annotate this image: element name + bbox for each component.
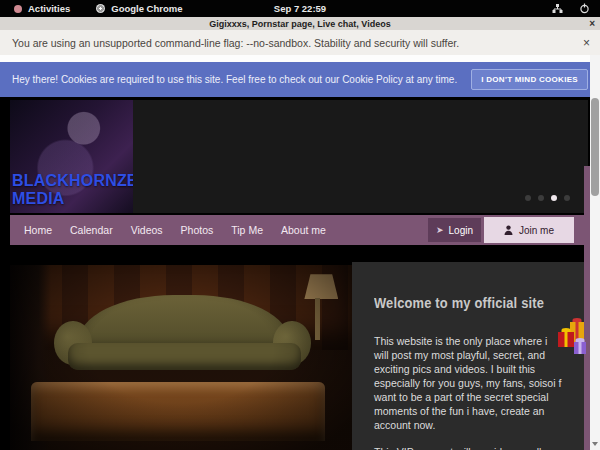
gift-box-purple xyxy=(574,342,586,354)
window-title: Gigixxxs, Pornstar page, Live chat, Vide… xyxy=(209,19,390,29)
gift-boxes-icon[interactable] xyxy=(558,320,592,362)
window-close-icon[interactable]: × xyxy=(589,17,595,30)
warning-close-icon[interactable]: × xyxy=(583,36,590,50)
carousel-dot[interactable] xyxy=(525,195,531,201)
distro-dot-icon xyxy=(14,5,22,13)
login-button[interactable]: ➤ Login xyxy=(428,218,481,242)
scrollbar-thumb[interactable] xyxy=(591,98,599,196)
nav-item-tip-me[interactable]: Tip Me xyxy=(222,224,272,236)
activities-label: Activities xyxy=(28,3,70,14)
logo-line2: MEDIA xyxy=(12,190,133,207)
carousel-dot[interactable] xyxy=(538,195,544,201)
welcome-panel: Welcome to my official site This website… xyxy=(352,262,584,450)
logo-image[interactable]: BLACKHORNZE MEDIA xyxy=(10,100,133,213)
chrome-icon xyxy=(96,4,105,13)
site-logo-text: BLACKHORNZE MEDIA xyxy=(12,172,133,207)
login-label: Login xyxy=(449,225,473,236)
main-nav: Home Calendar Videos Photos Tip Me About… xyxy=(10,215,588,245)
network-icon[interactable] xyxy=(552,3,563,14)
app-menu-button[interactable]: Google Chrome xyxy=(96,3,182,14)
welcome-paragraph-1: This website is the only place where i w… xyxy=(374,335,564,433)
carousel-dot-active[interactable] xyxy=(551,195,557,201)
nav-item-videos[interactable]: Videos xyxy=(122,224,172,236)
join-label: Join me xyxy=(519,225,554,236)
window-title-bar: Gigixxxs, Pornstar page, Live chat, Vide… xyxy=(0,17,600,30)
nav-item-calendar[interactable]: Calendar xyxy=(61,224,122,236)
welcome-heading: Welcome to my official site xyxy=(374,295,549,311)
gift-box-red xyxy=(558,332,574,347)
scrollbar-down-arrow-icon[interactable] xyxy=(592,442,598,446)
page-top-margin xyxy=(0,55,600,62)
hero-photo[interactable] xyxy=(10,265,352,450)
browser-warning-bar: You are using an unsupported command-lin… xyxy=(0,30,600,55)
app-name-label: Google Chrome xyxy=(111,3,182,14)
warning-text: You are using an unsupported command-lin… xyxy=(12,37,459,49)
cookie-message: Hey there! Cookies are required to use t… xyxy=(12,74,457,85)
clock[interactable]: Sep 7 22:59 xyxy=(0,3,600,14)
join-button[interactable]: Join me xyxy=(484,217,574,243)
photo-vignette xyxy=(10,265,352,450)
cookie-notice-bar: Hey there! Cookies are required to use t… xyxy=(0,62,600,97)
nav-item-photos[interactable]: Photos xyxy=(172,224,223,236)
nav-item-home[interactable]: Home xyxy=(15,224,61,236)
nav-item-about-me[interactable]: About me xyxy=(272,224,335,236)
welcome-paragraph-2: This VIP account will provide you all my… xyxy=(374,446,564,450)
site-header: BLACKHORNZE MEDIA xyxy=(10,100,588,213)
logo-line1: BLACKHORNZE xyxy=(12,172,133,189)
desktop-screen: Activities Google Chrome Sep 7 22:59 Gig… xyxy=(0,0,600,450)
cookie-accept-button[interactable]: I DON'T MIND COOKIES xyxy=(471,69,588,90)
carousel-dots xyxy=(525,195,570,201)
browser-scrollbar[interactable] xyxy=(590,55,600,450)
send-icon: ➤ xyxy=(436,225,444,235)
gnome-top-bar: Activities Google Chrome Sep 7 22:59 xyxy=(0,0,600,17)
activities-button[interactable]: Activities xyxy=(14,3,70,14)
power-icon[interactable] xyxy=(579,3,590,14)
carousel-dot[interactable] xyxy=(564,195,570,201)
user-icon xyxy=(504,225,513,235)
